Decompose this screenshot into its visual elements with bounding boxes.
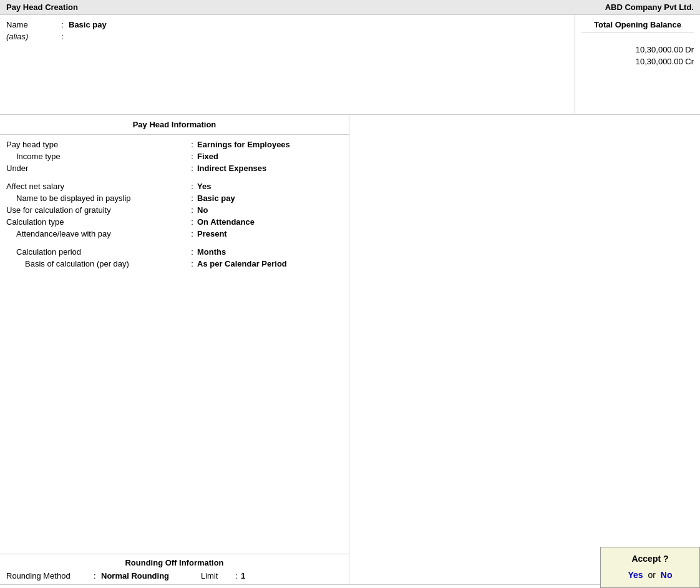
info-row-value: No [197,205,343,215]
info-row-colon: : [187,247,197,257]
info-row: Calculation period:Months [6,247,343,257]
alias-label: (alias) [6,32,56,41]
info-row: Income type:Fixed [6,152,343,161]
rounding-section: Rounding Off Information Rounding Method… [0,554,349,584]
accept-question: Accept ? [610,554,691,564]
info-row-label: Use for calculation of gratuity [6,205,187,215]
pay-head-info-section: Pay head type:Earnings for EmployeesInco… [0,135,349,554]
info-row-label: Pay head type [6,140,187,149]
info-row-colon: : [187,205,197,215]
opening-balance-title: Total Opening Balance [581,20,694,32]
info-row: Name to be displayed in payslip:Basic pa… [6,194,343,203]
accept-dialog: Accept ? Yes or No [600,547,700,588]
info-row-value: Months [197,247,343,257]
rounding-method-colon: : [94,571,101,581]
accept-options: Yes or No [610,570,691,580]
info-row-label: Basis of calculation (per day) [6,259,187,268]
info-row-label: Calculation period [6,247,187,257]
name-colon: : [56,20,69,29]
limit-colon: : [232,571,241,581]
info-row-value: Earnings for Employees [197,140,343,149]
company-name: ABD Company Pvt Ltd. [605,2,694,12]
limit-label: Limit [201,571,232,581]
info-row-value: Present [197,229,343,238]
info-row-value: Yes [197,182,343,191]
rounding-method-value: Normal Rounding [101,571,201,581]
accept-yes-button[interactable]: Yes [628,570,643,580]
info-row-colon: : [187,164,197,173]
alias-row: (alias) : [6,32,568,41]
info-row-colon: : [187,152,197,161]
alias-colon: : [56,32,69,41]
info-row-colon: : [187,140,197,149]
main-content: Pay Head Information Pay head type:Earni… [0,115,700,584]
right-panel [349,115,700,584]
cr-balance: 10,30,000.00 Cr [581,57,694,66]
pay-head-info-title: Pay Head Information [0,115,349,135]
info-row-value: Fixed [197,152,343,161]
name-value: Basic pay [69,20,568,29]
dr-balance: 10,30,000.00 Dr [581,45,694,54]
info-row: Use for calculation of gratuity:No [6,205,343,215]
header: Pay Head Creation ABD Company Pvt Ltd. [0,0,700,15]
name-label: Name [6,20,56,29]
info-row-colon: : [187,194,197,203]
name-row: Name : Basic pay [6,20,568,29]
info-row-colon: : [187,217,197,227]
top-section: Name : Basic pay (alias) : Total Opening… [0,15,700,115]
page-title: Pay Head Creation [6,2,78,12]
info-row: Attendance/leave with pay:Present [6,229,343,238]
info-row-colon: : [187,259,197,268]
info-row-value: Basic pay [197,194,343,203]
info-row-colon: : [187,229,197,238]
info-row-label: Income type [6,152,187,161]
accept-or: or [648,570,656,580]
info-row: Affect net salary:Yes [6,182,343,191]
left-panel: Pay Head Information Pay head type:Earni… [0,115,349,584]
info-row-label: Under [6,164,187,173]
info-row: Basis of calculation (per day):As per Ca… [6,259,343,268]
rounding-method-label: Rounding Method [6,571,94,581]
opening-balance-panel: Total Opening Balance 10,30,000.00 Dr 10… [575,15,700,114]
info-row-colon: : [187,182,197,191]
info-row: Under:Indirect Expenses [6,164,343,173]
info-row-label: Attendance/leave with pay [6,229,187,238]
rounding-title: Rounding Off Information [6,558,343,567]
rounding-row: Rounding Method : Normal Rounding Limit … [6,571,343,581]
opening-balance-section: Opening Balance ( on 1-Apr-22) : [0,584,700,588]
info-row: Calculation type:On Attendance [6,217,343,227]
info-row-value: Indirect Expenses [197,164,343,173]
limit-value: 1 [241,571,245,581]
info-row-value: As per Calendar Period [197,259,343,268]
info-row-label: Calculation type [6,217,187,227]
accept-no-button[interactable]: No [661,570,673,580]
info-row-label: Name to be displayed in payslip [6,194,187,203]
info-row-value: On Attendance [197,217,343,227]
top-left-panel: Name : Basic pay (alias) : [0,15,575,114]
info-row: Pay head type:Earnings for Employees [6,140,343,149]
info-row-label: Affect net salary [6,182,187,191]
spacer-row [6,175,343,182]
spacer-row [6,241,343,247]
